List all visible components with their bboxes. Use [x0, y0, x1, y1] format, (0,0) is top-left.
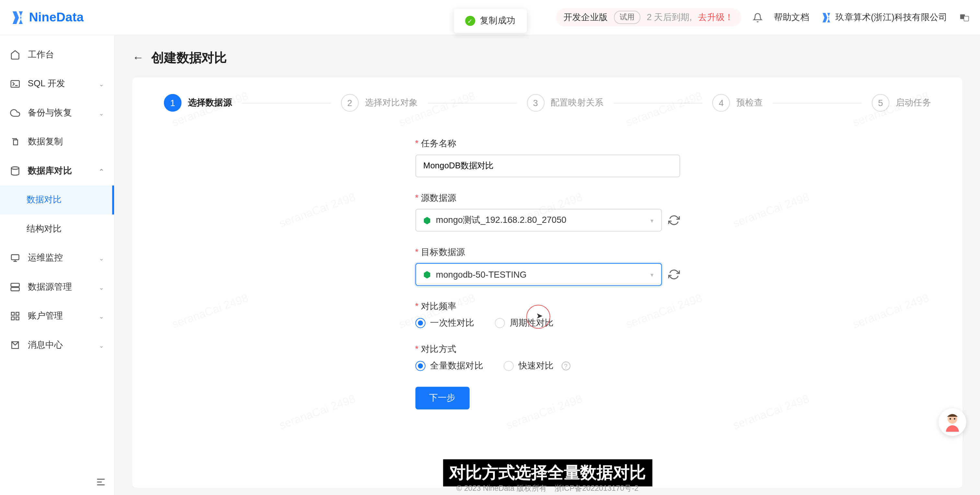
chevron-down-icon: ▾: [651, 271, 654, 278]
sidebar-item[interactable]: 数据库对比⌃: [0, 156, 114, 185]
step-4: 4预检查: [712, 94, 763, 112]
edition-badge: 开发企业版 试用 2 天后到期, 去升级！: [556, 8, 741, 26]
chevron-down-icon: ⌄: [99, 80, 104, 87]
account-icon: [10, 311, 20, 321]
target-ds-select[interactable]: ⬢mongodb-50-TESTING ▾: [415, 263, 662, 286]
form: *任务名称 *源数据源 ⬢mongo测试_192.168.2.80_27050 …: [415, 138, 680, 409]
svg-point-3: [11, 167, 19, 169]
logo-text: NineData: [29, 10, 84, 25]
svg-rect-1: [964, 16, 969, 21]
sidebar-item-label: 数据库对比: [28, 165, 72, 177]
page-title: 创建数据对比: [151, 49, 227, 67]
sidebar-item-label: 结构对比: [27, 224, 62, 235]
svg-rect-8: [16, 312, 19, 315]
sidebar-item-label: 数据复制: [28, 136, 63, 148]
chevron-down-icon: ⌄: [99, 109, 104, 116]
frequency-label: *对比频率: [415, 301, 680, 312]
help-link[interactable]: 帮助文档: [774, 12, 809, 23]
logo[interactable]: NineData: [10, 10, 84, 25]
sidebar-item-label: 账户管理: [28, 310, 63, 322]
terminal-icon: [10, 79, 20, 89]
svg-rect-10: [16, 317, 19, 320]
sidebar-item[interactable]: 数据源管理⌄: [0, 273, 114, 301]
reload-icon[interactable]: [668, 268, 680, 281]
company-icon: [821, 12, 832, 23]
company-text: 玖章算术(浙江)科技有限公司: [835, 12, 947, 23]
radio-full[interactable]: 全量数据对比: [415, 360, 483, 372]
trial-tag: 试用: [614, 11, 641, 24]
sidebar-item-label: 数据源管理: [28, 281, 72, 292]
main-content: ← 创建数据对比 seranaCai 2498 seranaCai 2498 s…: [115, 35, 980, 495]
target-ds-label: *目标数据源: [415, 246, 680, 258]
watermark: seranaCai 2498: [170, 291, 250, 331]
mode-label: *对比方式: [415, 344, 680, 355]
svg-point-12: [950, 418, 951, 420]
mongodb-icon: ⬢: [423, 270, 431, 279]
svg-rect-2: [11, 80, 19, 87]
step-1: 1选择数据源: [164, 94, 232, 112]
sidebar-item[interactable]: 数据对比: [0, 185, 114, 214]
sidebar-item-label: SQL 开发: [28, 78, 65, 89]
watermark: seranaCai 2498: [732, 393, 811, 433]
back-arrow-icon[interactable]: ←: [132, 51, 143, 65]
edition-text: 开发企业版: [563, 12, 608, 23]
sidebar-item-label: 数据对比: [27, 194, 62, 206]
toast-text: 复制成功: [480, 15, 515, 27]
sidebar-item[interactable]: 工作台: [0, 40, 114, 69]
chevron-down-icon: ⌄: [99, 284, 104, 290]
sidebar-item-label: 运维监控: [28, 252, 63, 264]
sidebar: 工作台SQL 开发⌄备份与恢复⌄数据复制数据库对比⌃数据对比结构对比运维监控⌄数…: [0, 35, 115, 495]
task-name-input[interactable]: [415, 155, 680, 177]
chat-avatar[interactable]: [939, 408, 966, 436]
check-icon: ✓: [465, 16, 475, 26]
watermark: seranaCai 2498: [851, 291, 931, 331]
svg-rect-6: [11, 287, 19, 291]
watermark: seranaCai 2498: [277, 393, 357, 433]
bell-icon[interactable]: [752, 12, 762, 22]
chevron-down-icon: ⌄: [99, 255, 104, 262]
radio-once[interactable]: 一次性对比: [415, 317, 474, 329]
company-block[interactable]: 玖章算术(浙江)科技有限公司: [821, 12, 948, 23]
collapse-icon[interactable]: [95, 476, 107, 487]
message-icon: [10, 340, 20, 350]
svg-point-13: [954, 418, 955, 420]
mongodb-icon: ⬢: [423, 215, 431, 225]
info-icon[interactable]: ?: [561, 361, 570, 370]
svg-rect-5: [11, 283, 19, 286]
sidebar-item[interactable]: 备份与恢复⌄: [0, 98, 114, 127]
steps: 1选择数据源 2选择对比对象 3配置映射关系 4预检查 5启动任务: [160, 94, 935, 112]
radio-fast[interactable]: 快速对比?: [503, 360, 570, 372]
sidebar-item[interactable]: 数据复制: [0, 128, 114, 156]
logo-icon: [10, 10, 25, 25]
sidebar-item[interactable]: 运维监控⌄: [0, 244, 114, 273]
chevron-down-icon: ⌄: [99, 313, 104, 319]
sidebar-item[interactable]: 结构对比: [0, 214, 114, 243]
form-card: seranaCai 2498 seranaCai 2498 seranaCai …: [132, 78, 963, 487]
copy-icon: [10, 137, 20, 147]
step-2: 2选择对比对象: [341, 94, 418, 112]
source-ds-select[interactable]: ⬢mongo测试_192.168.2.80_27050 ▾: [415, 209, 662, 232]
sidebar-item-label: 工作台: [28, 49, 54, 61]
chevron-up-icon: ⌃: [99, 168, 104, 174]
sidebar-item-label: 备份与恢复: [28, 107, 72, 119]
sidebar-item-label: 消息中心: [28, 339, 63, 351]
reload-icon[interactable]: [668, 214, 680, 227]
next-button[interactable]: 下一步: [415, 386, 469, 409]
cloud-icon: [10, 108, 20, 118]
task-name-label: *任务名称: [415, 138, 680, 150]
chevron-down-icon: ⌄: [99, 342, 104, 348]
home-icon: [10, 50, 20, 60]
sidebar-item[interactable]: SQL 开发⌄: [0, 69, 114, 98]
sidebar-item[interactable]: 账户管理⌄: [0, 302, 114, 331]
radio-periodic[interactable]: 周期性对比: [495, 317, 554, 329]
watermark: seranaCai 2498: [732, 190, 811, 230]
svg-rect-7: [11, 312, 14, 315]
monitor-icon: [10, 253, 20, 263]
toast-success: ✓ 复制成功: [453, 9, 527, 33]
server-icon: [10, 282, 20, 292]
source-ds-label: *源数据源: [415, 192, 680, 204]
language-icon[interactable]: [959, 12, 970, 23]
svg-rect-9: [11, 317, 14, 320]
upgrade-link[interactable]: 去升级！: [698, 12, 733, 23]
sidebar-item[interactable]: 消息中心⌄: [0, 331, 114, 359]
